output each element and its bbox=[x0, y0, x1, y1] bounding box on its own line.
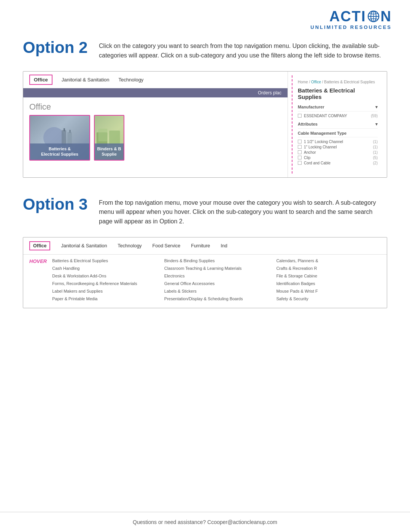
subcat-cash[interactable]: Cash Handling bbox=[52, 265, 157, 271]
option3-section: Option 3 From the top navigation menu, m… bbox=[23, 197, 387, 308]
svg-rect-8 bbox=[69, 130, 71, 133]
filter-title: Batteries & Electrical Supplies bbox=[298, 87, 378, 100]
locking-1-5-name: 1 1/2" Locking Channel bbox=[304, 140, 343, 144]
subcat-forms[interactable]: Forms, Recordkeeping & Reference Materia… bbox=[52, 280, 157, 287]
subcat-general[interactable]: General Office Accessories bbox=[164, 280, 269, 287]
breadcrumb-sep: / Batteries & Electrical Supplies bbox=[322, 80, 375, 84]
office-title: Office bbox=[23, 97, 288, 115]
subcat-desk[interactable]: Desk & Workstation Add-Ons bbox=[52, 273, 157, 279]
subcat-binders[interactable]: Binders & Binding Supplies bbox=[164, 258, 269, 264]
essendant-count: (59) bbox=[371, 114, 378, 118]
subcat-labels[interactable]: Labels & Stickers bbox=[164, 288, 269, 294]
subcat-presentation[interactable]: Presentation/Display & Scheduling Boards bbox=[164, 296, 269, 302]
filter-locking-1-5[interactable]: 1 1/2" Locking Channel (1) bbox=[298, 140, 378, 144]
logo-text-action: ACTI bbox=[329, 9, 366, 24]
cord-cable-count: (2) bbox=[373, 161, 378, 165]
option2-label: Option 2 bbox=[23, 38, 99, 57]
orders-text: Orders plac bbox=[258, 90, 281, 96]
hover-label: HOVER bbox=[29, 258, 47, 302]
option2-screenshot: Office Janitorial & Sanitation Technolog… bbox=[23, 71, 387, 178]
subcat-crafts[interactable]: Crafts & Recreation R bbox=[276, 265, 381, 271]
option3-screenshot: Office Janitorial & Sanitation Technolog… bbox=[23, 237, 387, 308]
filter-attributes: Attributes ▾ Cable Management Type 1 1/2… bbox=[298, 122, 378, 165]
svg-rect-10 bbox=[109, 131, 120, 145]
breadcrumb-right: Home / Office / Batteries & Electrical S… bbox=[298, 80, 378, 84]
footer-text: Questions or need assistance? Ccooper@ac… bbox=[133, 519, 277, 525]
svg-rect-6 bbox=[64, 128, 65, 131]
ss3-nav-furniture[interactable]: Furniture bbox=[191, 243, 210, 248]
nav-office[interactable]: Office bbox=[29, 75, 52, 85]
screenshot2-right: Home / Office / Batteries & Electrical S… bbox=[292, 75, 383, 174]
clip-checkbox[interactable] bbox=[298, 156, 302, 159]
subcat-batteries[interactable]: Batteries & Electrical Supplies bbox=[52, 258, 157, 264]
nav-bar-2: Office Janitorial & Sanitation Technolog… bbox=[23, 72, 288, 88]
subcat-mouse[interactable]: Mouse Pads & Wrist F bbox=[276, 288, 381, 294]
svg-rect-11 bbox=[99, 129, 108, 141]
locking-1-name: 1" Locking Channel bbox=[304, 145, 337, 149]
filter-locking-1[interactable]: 1" Locking Channel (1) bbox=[298, 145, 378, 149]
anchor-count: (1) bbox=[373, 150, 378, 155]
ss3-nav: Office Janitorial & Sanitation Technolog… bbox=[23, 237, 387, 255]
batteries-label: Batteries &Electrical Supplies bbox=[30, 143, 89, 160]
manufacturer-label: Manufacturer ▾ bbox=[298, 105, 378, 111]
cord-cable-checkbox[interactable] bbox=[298, 161, 302, 165]
logo-action: ACTI N bbox=[329, 9, 392, 24]
subcat-id[interactable]: Identification Badges bbox=[276, 280, 381, 287]
option2-section: Option 2 Click on the category you want … bbox=[23, 40, 387, 178]
subcat-calendars[interactable]: Calendars, Planners & bbox=[276, 258, 381, 264]
filter-manufacturer: Manufacturer ▾ ESSENDANT COMPANY (59) bbox=[298, 105, 378, 118]
filter-essendant[interactable]: ESSENDANT COMPANY (59) bbox=[298, 114, 378, 118]
anchor-checkbox[interactable] bbox=[298, 150, 302, 154]
page-content: Option 2 Click on the category you want … bbox=[0, 36, 410, 350]
subcat-label-makers[interactable]: Label Makers and Supplies bbox=[52, 288, 157, 294]
attributes-text: Attributes bbox=[298, 122, 318, 126]
locking-1-checkbox[interactable] bbox=[298, 145, 302, 149]
locking-1-count: (1) bbox=[373, 145, 378, 149]
ss3-nav-janitorial[interactable]: Janitorial & Sanitation bbox=[61, 243, 107, 248]
logo: ACTI N UNLIMITED RESOURCES bbox=[310, 9, 392, 30]
cat-card-binders[interactable]: Binders & BSupplie bbox=[94, 115, 124, 161]
option2-heading: Option 2 Click on the category you want … bbox=[23, 40, 387, 61]
essendant-checkbox[interactable] bbox=[298, 114, 302, 118]
option2-desc: Click on the category you want to search… bbox=[99, 40, 387, 61]
nav-technology[interactable]: Technology bbox=[119, 77, 144, 83]
subcategory-grid: Batteries & Electrical Supplies Binders … bbox=[52, 258, 381, 302]
locking-1-5-count: (1) bbox=[373, 140, 378, 144]
filter-anchor[interactable]: Anchor (1) bbox=[298, 150, 378, 155]
subcat-electronics[interactable]: Electronics bbox=[164, 273, 269, 279]
globe-icon bbox=[367, 10, 380, 23]
anchor-name: Anchor bbox=[304, 150, 316, 155]
manufacturer-arrow: ▾ bbox=[375, 105, 378, 110]
svg-rect-5 bbox=[62, 130, 66, 145]
filter-cord-cable[interactable]: Cord and Cable (2) bbox=[298, 161, 378, 165]
clip-name: Clip bbox=[304, 156, 310, 160]
footer: Questions or need assistance? Ccooper@ac… bbox=[0, 512, 410, 532]
category-cards: Batteries &Electrical Supplies Binders bbox=[23, 115, 288, 167]
manufacturer-text: Manufacturer bbox=[298, 105, 324, 109]
ss3-nav-ind[interactable]: Ind bbox=[221, 243, 227, 248]
subcat-paper[interactable]: Paper & Printable Media bbox=[52, 296, 157, 302]
locking-1-5-checkbox[interactable] bbox=[298, 140, 302, 143]
option3-label: Option 3 bbox=[23, 195, 99, 213]
subcat-safety[interactable]: Safety & Security bbox=[276, 296, 381, 302]
screenshot2-inner: Office Janitorial & Sanitation Technolog… bbox=[23, 72, 387, 177]
logo-unlimited: UNLIMITED RESOURCES bbox=[310, 24, 392, 30]
breadcrumb-office: Office bbox=[311, 80, 321, 84]
filter-clip[interactable]: Clip (5) bbox=[298, 156, 378, 160]
ss3-nav-technology[interactable]: Technology bbox=[118, 243, 141, 248]
subcat-file[interactable]: File & Storage Cabine bbox=[276, 273, 381, 279]
ss3-nav-office[interactable]: Office bbox=[29, 241, 50, 250]
attributes-arrow: ▾ bbox=[375, 122, 378, 127]
orders-bar: Orders plac bbox=[23, 88, 288, 97]
logo-text-n: N bbox=[381, 9, 392, 24]
cat-card-batteries[interactable]: Batteries &Electrical Supplies bbox=[29, 115, 90, 161]
option3-desc: From the top navigation menu, move your … bbox=[99, 197, 387, 226]
cord-cable-name: Cord and Cable bbox=[304, 161, 331, 165]
subcat-classroom[interactable]: Classroom Teaching & Learning Materials bbox=[164, 265, 269, 271]
essendant-name: ESSENDANT COMPANY bbox=[304, 114, 347, 118]
breadcrumb-home: Home / bbox=[298, 80, 311, 84]
nav-janitorial[interactable]: Janitorial & Sanitation bbox=[62, 77, 110, 83]
option3-heading: Option 3 From the top navigation menu, m… bbox=[23, 197, 387, 226]
ss3-hover-area: HOVER Batteries & Electrical Supplies Bi… bbox=[23, 255, 387, 308]
ss3-nav-foodservice[interactable]: Food Service bbox=[153, 243, 181, 248]
